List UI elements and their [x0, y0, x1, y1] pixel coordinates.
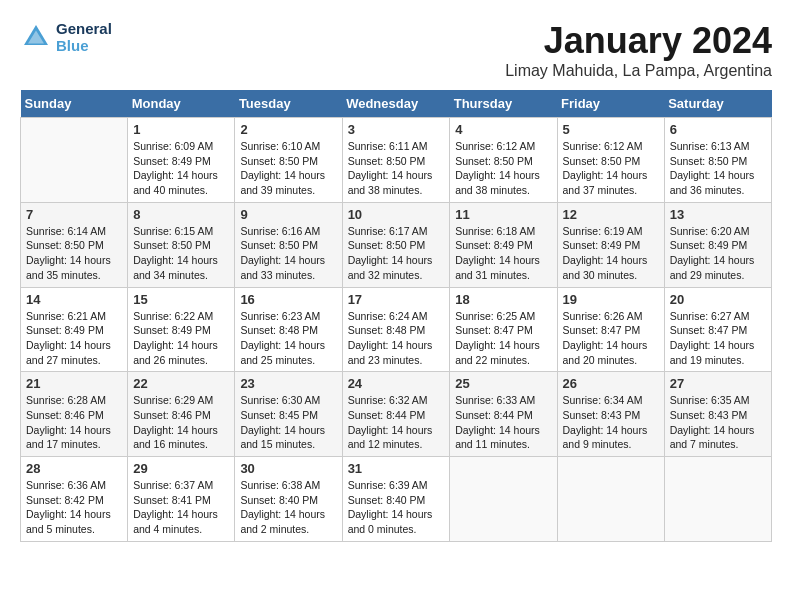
calendar-cell: 25Sunrise: 6:33 AM Sunset: 8:44 PM Dayli…: [450, 372, 557, 457]
calendar-cell: 16Sunrise: 6:23 AM Sunset: 8:48 PM Dayli…: [235, 287, 342, 372]
calendar-cell: 1Sunrise: 6:09 AM Sunset: 8:49 PM Daylig…: [128, 118, 235, 203]
calendar-cell: 5Sunrise: 6:12 AM Sunset: 8:50 PM Daylig…: [557, 118, 664, 203]
day-number: 15: [133, 292, 229, 307]
day-info: Sunrise: 6:30 AM Sunset: 8:45 PM Dayligh…: [240, 393, 336, 452]
day-info: Sunrise: 6:21 AM Sunset: 8:49 PM Dayligh…: [26, 309, 122, 368]
calendar-cell: 3Sunrise: 6:11 AM Sunset: 8:50 PM Daylig…: [342, 118, 450, 203]
day-info: Sunrise: 6:28 AM Sunset: 8:46 PM Dayligh…: [26, 393, 122, 452]
col-wednesday: Wednesday: [342, 90, 450, 118]
day-number: 11: [455, 207, 551, 222]
calendar-cell: 24Sunrise: 6:32 AM Sunset: 8:44 PM Dayli…: [342, 372, 450, 457]
calendar-cell: [21, 118, 128, 203]
day-info: Sunrise: 6:34 AM Sunset: 8:43 PM Dayligh…: [563, 393, 659, 452]
calendar-week-4: 21Sunrise: 6:28 AM Sunset: 8:46 PM Dayli…: [21, 372, 772, 457]
page-header: General Blue January 2024 Limay Mahuida,…: [20, 20, 772, 80]
day-number: 16: [240, 292, 336, 307]
day-number: 4: [455, 122, 551, 137]
calendar-subtitle: Limay Mahuida, La Pampa, Argentina: [505, 62, 772, 80]
calendar-cell: 2Sunrise: 6:10 AM Sunset: 8:50 PM Daylig…: [235, 118, 342, 203]
calendar-cell: 30Sunrise: 6:38 AM Sunset: 8:40 PM Dayli…: [235, 457, 342, 542]
day-number: 27: [670, 376, 766, 391]
col-sunday: Sunday: [21, 90, 128, 118]
calendar-cell: 29Sunrise: 6:37 AM Sunset: 8:41 PM Dayli…: [128, 457, 235, 542]
col-friday: Friday: [557, 90, 664, 118]
title-section: January 2024 Limay Mahuida, La Pampa, Ar…: [505, 20, 772, 80]
calendar-cell: 11Sunrise: 6:18 AM Sunset: 8:49 PM Dayli…: [450, 202, 557, 287]
calendar-cell: 31Sunrise: 6:39 AM Sunset: 8:40 PM Dayli…: [342, 457, 450, 542]
day-info: Sunrise: 6:23 AM Sunset: 8:48 PM Dayligh…: [240, 309, 336, 368]
day-info: Sunrise: 6:33 AM Sunset: 8:44 PM Dayligh…: [455, 393, 551, 452]
day-info: Sunrise: 6:32 AM Sunset: 8:44 PM Dayligh…: [348, 393, 445, 452]
day-number: 22: [133, 376, 229, 391]
calendar-cell: 9Sunrise: 6:16 AM Sunset: 8:50 PM Daylig…: [235, 202, 342, 287]
day-number: 12: [563, 207, 659, 222]
calendar-week-3: 14Sunrise: 6:21 AM Sunset: 8:49 PM Dayli…: [21, 287, 772, 372]
day-info: Sunrise: 6:35 AM Sunset: 8:43 PM Dayligh…: [670, 393, 766, 452]
day-info: Sunrise: 6:20 AM Sunset: 8:49 PM Dayligh…: [670, 224, 766, 283]
calendar-table: Sunday Monday Tuesday Wednesday Thursday…: [20, 90, 772, 542]
day-info: Sunrise: 6:17 AM Sunset: 8:50 PM Dayligh…: [348, 224, 445, 283]
day-info: Sunrise: 6:15 AM Sunset: 8:50 PM Dayligh…: [133, 224, 229, 283]
calendar-cell: 28Sunrise: 6:36 AM Sunset: 8:42 PM Dayli…: [21, 457, 128, 542]
day-info: Sunrise: 6:19 AM Sunset: 8:49 PM Dayligh…: [563, 224, 659, 283]
calendar-cell: [557, 457, 664, 542]
calendar-cell: 8Sunrise: 6:15 AM Sunset: 8:50 PM Daylig…: [128, 202, 235, 287]
day-number: 10: [348, 207, 445, 222]
day-number: 2: [240, 122, 336, 137]
day-info: Sunrise: 6:37 AM Sunset: 8:41 PM Dayligh…: [133, 478, 229, 537]
calendar-week-1: 1Sunrise: 6:09 AM Sunset: 8:49 PM Daylig…: [21, 118, 772, 203]
calendar-cell: 15Sunrise: 6:22 AM Sunset: 8:49 PM Dayli…: [128, 287, 235, 372]
day-info: Sunrise: 6:18 AM Sunset: 8:49 PM Dayligh…: [455, 224, 551, 283]
col-monday: Monday: [128, 90, 235, 118]
day-number: 13: [670, 207, 766, 222]
logo: General Blue: [20, 20, 112, 54]
col-thursday: Thursday: [450, 90, 557, 118]
calendar-cell: 10Sunrise: 6:17 AM Sunset: 8:50 PM Dayli…: [342, 202, 450, 287]
day-number: 9: [240, 207, 336, 222]
header-row: Sunday Monday Tuesday Wednesday Thursday…: [21, 90, 772, 118]
day-number: 18: [455, 292, 551, 307]
calendar-cell: 19Sunrise: 6:26 AM Sunset: 8:47 PM Dayli…: [557, 287, 664, 372]
day-info: Sunrise: 6:12 AM Sunset: 8:50 PM Dayligh…: [563, 139, 659, 198]
day-number: 29: [133, 461, 229, 476]
logo-text: General Blue: [56, 20, 112, 54]
calendar-cell: 13Sunrise: 6:20 AM Sunset: 8:49 PM Dayli…: [664, 202, 771, 287]
day-number: 21: [26, 376, 122, 391]
day-number: 7: [26, 207, 122, 222]
day-info: Sunrise: 6:16 AM Sunset: 8:50 PM Dayligh…: [240, 224, 336, 283]
calendar-title: January 2024: [505, 20, 772, 62]
day-number: 14: [26, 292, 122, 307]
day-info: Sunrise: 6:29 AM Sunset: 8:46 PM Dayligh…: [133, 393, 229, 452]
day-number: 19: [563, 292, 659, 307]
calendar-cell: 22Sunrise: 6:29 AM Sunset: 8:46 PM Dayli…: [128, 372, 235, 457]
day-number: 23: [240, 376, 336, 391]
day-info: Sunrise: 6:24 AM Sunset: 8:48 PM Dayligh…: [348, 309, 445, 368]
calendar-cell: 18Sunrise: 6:25 AM Sunset: 8:47 PM Dayli…: [450, 287, 557, 372]
day-number: 24: [348, 376, 445, 391]
calendar-cell: 12Sunrise: 6:19 AM Sunset: 8:49 PM Dayli…: [557, 202, 664, 287]
calendar-cell: 14Sunrise: 6:21 AM Sunset: 8:49 PM Dayli…: [21, 287, 128, 372]
col-tuesday: Tuesday: [235, 90, 342, 118]
day-info: Sunrise: 6:14 AM Sunset: 8:50 PM Dayligh…: [26, 224, 122, 283]
day-number: 8: [133, 207, 229, 222]
day-number: 28: [26, 461, 122, 476]
day-info: Sunrise: 6:27 AM Sunset: 8:47 PM Dayligh…: [670, 309, 766, 368]
day-info: Sunrise: 6:10 AM Sunset: 8:50 PM Dayligh…: [240, 139, 336, 198]
day-info: Sunrise: 6:11 AM Sunset: 8:50 PM Dayligh…: [348, 139, 445, 198]
day-number: 31: [348, 461, 445, 476]
day-number: 25: [455, 376, 551, 391]
calendar-cell: 20Sunrise: 6:27 AM Sunset: 8:47 PM Dayli…: [664, 287, 771, 372]
logo-icon: [20, 21, 52, 53]
day-number: 17: [348, 292, 445, 307]
day-number: 20: [670, 292, 766, 307]
day-number: 30: [240, 461, 336, 476]
day-number: 26: [563, 376, 659, 391]
calendar-cell: 21Sunrise: 6:28 AM Sunset: 8:46 PM Dayli…: [21, 372, 128, 457]
day-number: 5: [563, 122, 659, 137]
calendar-cell: 26Sunrise: 6:34 AM Sunset: 8:43 PM Dayli…: [557, 372, 664, 457]
calendar-cell: 6Sunrise: 6:13 AM Sunset: 8:50 PM Daylig…: [664, 118, 771, 203]
day-info: Sunrise: 6:13 AM Sunset: 8:50 PM Dayligh…: [670, 139, 766, 198]
day-info: Sunrise: 6:25 AM Sunset: 8:47 PM Dayligh…: [455, 309, 551, 368]
day-info: Sunrise: 6:26 AM Sunset: 8:47 PM Dayligh…: [563, 309, 659, 368]
calendar-cell: 27Sunrise: 6:35 AM Sunset: 8:43 PM Dayli…: [664, 372, 771, 457]
